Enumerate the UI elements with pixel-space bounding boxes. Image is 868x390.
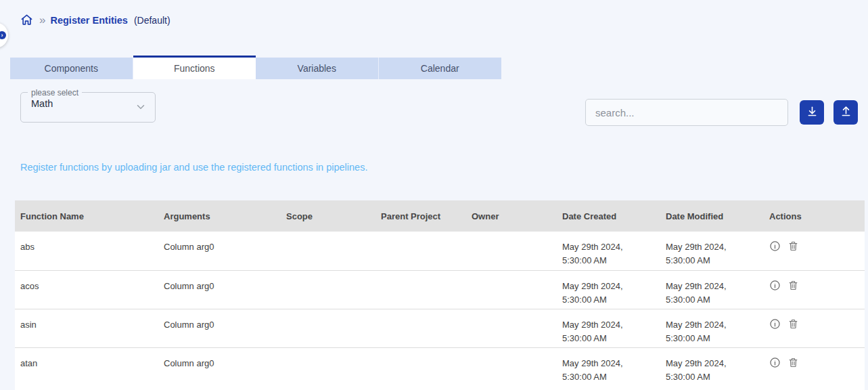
- cell-date-created: May 29th 2024, 5:30:00 AM: [557, 347, 660, 386]
- tab-variables[interactable]: Variables: [256, 58, 379, 79]
- delete-icon[interactable]: [787, 318, 799, 334]
- cell-date-modified: May 29th 2024, 5:30:00 AM: [660, 270, 764, 309]
- cell-actions: [764, 347, 865, 386]
- cell-arguments: Column arg0: [158, 347, 281, 386]
- breadcrumb-separator-icon: »: [39, 14, 44, 26]
- search-input[interactable]: [585, 99, 788, 126]
- cell-scope: [281, 232, 375, 270]
- cell-parent-project: [375, 270, 466, 309]
- table-row: acos Column arg0 May 29th 2024, 5:30:00 …: [15, 270, 865, 309]
- cell-scope: [281, 309, 375, 347]
- column-header-date-created: Date Created: [557, 200, 660, 232]
- chevron-down-icon: [135, 101, 147, 116]
- cell-arguments: Column arg0: [158, 270, 281, 309]
- column-header-actions: Actions: [764, 200, 865, 232]
- cell-parent-project: [375, 309, 466, 347]
- category-select-value: Math: [31, 98, 53, 109]
- table-row: abs Column arg0 May 29th 2024, 5:30:00 A…: [15, 232, 865, 270]
- cell-actions: [764, 270, 865, 309]
- tab-components[interactable]: Components: [10, 58, 133, 79]
- upload-icon: [840, 105, 852, 120]
- cell-date-modified: May 29th 2024, 5:30:00 AM: [660, 347, 764, 386]
- info-text: Register functions by uploading jar and …: [20, 162, 367, 173]
- cell-date-modified: May 29th 2024, 5:30:00 AM: [660, 232, 764, 270]
- cell-date-created: May 29th 2024, 5:30:00 AM: [557, 270, 660, 309]
- tab-bar: Components Functions Variables Calendar: [10, 56, 501, 79]
- download-icon: [806, 105, 819, 120]
- column-header-date-modified: Date Modified: [660, 200, 764, 232]
- cell-scope: [281, 347, 375, 386]
- cell-date-modified: May 29th 2024, 5:30:00 AM: [660, 309, 764, 347]
- cell-function-name: atan: [15, 347, 158, 386]
- category-select[interactable]: please select Math: [20, 92, 156, 123]
- cell-actions: [764, 309, 865, 347]
- home-icon[interactable]: [20, 14, 33, 26]
- table-header-row: Function Name Arguments Scope Parent Pro…: [15, 200, 865, 232]
- cell-function-name: acos: [15, 270, 158, 309]
- cell-owner: [466, 347, 557, 386]
- cell-arguments: Column arg0: [158, 232, 281, 270]
- table-row: atan Column arg0 May 29th 2024, 5:30:00 …: [15, 347, 865, 386]
- cell-arguments: Column arg0: [158, 309, 281, 347]
- cell-function-name: abs: [15, 232, 158, 270]
- tab-calendar[interactable]: Calendar: [379, 58, 502, 79]
- breadcrumb: » Register Entities (Default): [20, 14, 170, 26]
- column-header-owner: Owner: [466, 200, 557, 232]
- delete-icon[interactable]: [787, 280, 799, 295]
- info-icon[interactable]: [769, 240, 781, 256]
- cell-owner: [466, 309, 557, 347]
- cell-parent-project: [375, 232, 466, 270]
- category-select-label: please select: [28, 88, 82, 98]
- column-header-parent-project: Parent Project: [375, 200, 466, 232]
- breadcrumb-title[interactable]: Register Entities: [50, 15, 127, 26]
- column-header-function-name: Function Name: [15, 200, 158, 232]
- cell-owner: [466, 270, 557, 309]
- cell-function-name: asin: [15, 309, 158, 347]
- cell-date-created: May 29th 2024, 5:30:00 AM: [557, 309, 660, 347]
- cell-actions: [764, 232, 865, 270]
- upload-button[interactable]: [833, 100, 858, 125]
- cell-date-created: May 29th 2024, 5:30:00 AM: [557, 232, 660, 270]
- sidebar-expand-toggle[interactable]: ›: [0, 22, 8, 48]
- info-icon[interactable]: [769, 357, 781, 372]
- cell-scope: [281, 270, 375, 309]
- delete-icon[interactable]: [787, 240, 799, 256]
- table-row: asin Column arg0 May 29th 2024, 5:30:00 …: [15, 309, 865, 347]
- tab-functions[interactable]: Functions: [133, 56, 256, 79]
- chevron-right-icon: ›: [0, 31, 6, 39]
- column-header-arguments: Arguments: [158, 200, 281, 232]
- info-icon[interactable]: [769, 318, 781, 334]
- delete-icon[interactable]: [787, 357, 799, 372]
- info-icon[interactable]: [769, 280, 781, 295]
- breadcrumb-subtitle: (Default): [134, 15, 170, 26]
- table-next-row-sliver: [15, 386, 865, 390]
- cell-owner: [466, 232, 557, 270]
- functions-table: Function Name Arguments Scope Parent Pro…: [15, 200, 865, 387]
- column-header-scope: Scope: [281, 200, 375, 232]
- cell-parent-project: [375, 347, 466, 386]
- download-button[interactable]: [800, 100, 824, 125]
